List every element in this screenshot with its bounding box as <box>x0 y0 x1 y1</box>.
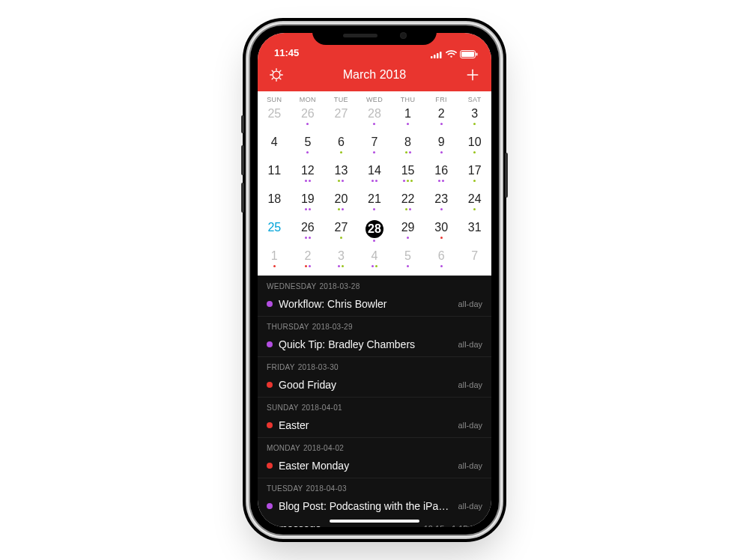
cellular-icon <box>431 51 443 58</box>
event-dot <box>440 208 443 210</box>
event-dots <box>338 265 344 269</box>
day-cell[interactable]: 13 <box>324 162 358 190</box>
event-dots <box>407 265 409 269</box>
day-cell[interactable]: 17 <box>458 162 491 190</box>
event-dot <box>409 151 411 153</box>
day-cell[interactable]: 15 <box>391 162 425 190</box>
agenda-list[interactable]: WEDNESDAY2018-03-28Workflow: Chris Bowle… <box>258 276 491 527</box>
day-cell[interactable]: 28 <box>358 219 392 247</box>
day-number: 14 <box>368 163 381 178</box>
day-cell[interactable]: 18 <box>258 190 291 219</box>
agenda-event[interactable]: Easterall-day <box>258 415 491 437</box>
day-cell[interactable]: 29 <box>391 219 425 247</box>
event-dots <box>438 180 444 183</box>
section-date: 2018-04-02 <box>303 444 344 452</box>
navbar-title[interactable]: March 2018 <box>343 68 407 82</box>
event-dots <box>372 180 377 183</box>
day-cell[interactable]: 26 <box>291 219 325 247</box>
day-cell[interactable]: 8 <box>391 133 425 162</box>
day-cell[interactable]: 25 <box>258 219 291 247</box>
event-dot <box>306 151 309 153</box>
svg-point-4 <box>450 55 452 57</box>
day-cell[interactable]: 10 <box>458 133 491 162</box>
event-color-dot <box>267 301 273 307</box>
event-title: Easter Monday <box>279 460 452 472</box>
day-cell[interactable]: 2 <box>425 105 458 133</box>
day-cell[interactable]: 24 <box>458 190 491 219</box>
day-cell[interactable]: 25 <box>258 105 291 133</box>
svg-rect-3 <box>440 52 442 58</box>
day-cell[interactable]: 31 <box>458 219 491 247</box>
day-cell[interactable]: 26 <box>291 105 325 133</box>
day-cell[interactable]: 11 <box>258 162 291 190</box>
gear-icon <box>270 68 283 82</box>
day-cell[interactable]: 27 <box>324 105 358 133</box>
day-cell[interactable]: 4 <box>358 247 392 276</box>
day-number: 4 <box>372 249 378 264</box>
day-cell[interactable]: 4 <box>258 133 291 162</box>
day-cell[interactable]: 7 <box>458 247 491 276</box>
day-cell[interactable]: 19 <box>291 190 325 219</box>
day-number: 13 <box>335 163 348 178</box>
event-dot <box>309 180 311 182</box>
agenda-event[interactable]: Good Fridayall-day <box>258 374 491 397</box>
day-cell[interactable]: 2 <box>291 247 325 276</box>
section-dow: TUESDAY <box>267 484 303 493</box>
event-dots <box>403 180 413 183</box>
event-dot <box>407 180 409 182</box>
weekday-header: SUNMONTUEWEDTHUFRISAT <box>258 91 491 105</box>
agenda-event[interactable]: Quick Tip: Bradley Chambersall-day <box>258 334 491 356</box>
day-cell[interactable]: 21 <box>358 190 392 219</box>
phone-frame: 11:45 March 2018 <box>250 25 499 535</box>
event-dots <box>305 180 311 183</box>
day-number: 2 <box>304 249 311 264</box>
day-cell[interactable]: 3 <box>324 247 358 276</box>
day-cell[interactable]: 23 <box>425 190 458 219</box>
agenda-event[interactable]: Easter Mondayall-day <box>258 455 491 478</box>
day-number: 3 <box>471 106 478 121</box>
weekday-label: SAT <box>458 96 491 103</box>
day-cell[interactable]: 3 <box>458 105 491 133</box>
agenda-event[interactable]: Workflow: Chris Bowlerall-day <box>258 293 491 316</box>
day-cell[interactable]: 1 <box>391 105 425 133</box>
add-event-button[interactable] <box>464 67 481 83</box>
agenda-event[interactable]: Blog Post: Podcasting with the iPad...al… <box>258 496 491 518</box>
event-dot <box>338 180 340 182</box>
day-number: 16 <box>434 163 448 178</box>
speaker-grille <box>343 34 377 37</box>
event-title: Blog Post: Podcasting with the iPad... <box>279 500 452 512</box>
day-cell[interactable]: 14 <box>358 162 392 190</box>
day-cell[interactable]: 22 <box>391 190 425 219</box>
day-cell[interactable]: 6 <box>324 133 358 162</box>
event-dot <box>338 265 340 267</box>
day-number: 6 <box>438 249 445 264</box>
event-dot <box>373 240 375 242</box>
event-dots <box>373 151 375 155</box>
day-number: 7 <box>372 135 378 150</box>
screen: 11:45 March 2018 <box>258 33 491 527</box>
day-cell[interactable]: 30 <box>425 219 458 247</box>
day-cell[interactable]: 6 <box>425 247 458 276</box>
home-indicator[interactable] <box>330 520 419 523</box>
event-dots <box>340 237 342 240</box>
status-indicators <box>431 50 478 58</box>
event-dot <box>405 151 407 153</box>
event-color-dot <box>267 503 273 509</box>
day-number: 4 <box>271 135 278 150</box>
section-dow: THURSDAY <box>267 323 309 331</box>
day-cell[interactable]: 9 <box>425 133 458 162</box>
day-cell[interactable]: 20 <box>324 190 358 219</box>
event-dots <box>440 208 443 212</box>
navbar: March 2018 <box>258 60 491 91</box>
wifi-icon <box>446 50 457 58</box>
day-cell[interactable]: 1 <box>258 247 291 276</box>
day-cell[interactable]: 12 <box>291 162 325 190</box>
day-cell[interactable]: 5 <box>391 247 425 276</box>
event-dot <box>473 123 476 125</box>
day-cell[interactable]: 27 <box>324 219 358 247</box>
day-cell[interactable]: 28 <box>358 105 392 133</box>
day-cell[interactable]: 5 <box>291 133 325 162</box>
settings-button[interactable] <box>268 67 285 83</box>
day-cell[interactable]: 7 <box>358 133 392 162</box>
day-cell[interactable]: 16 <box>425 162 458 190</box>
